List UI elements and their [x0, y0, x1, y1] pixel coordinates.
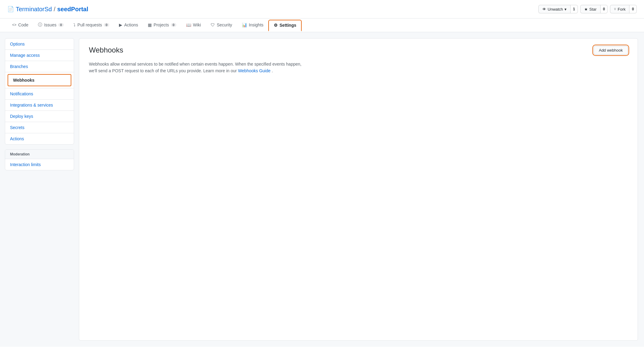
webhooks-guide-label: Webhooks Guide — [238, 68, 270, 73]
sidebar-webhooks-wrapper: Webhooks — [5, 72, 74, 88]
unwatch-label: Unwatch — [548, 7, 563, 12]
nav-tabs: <> Code ⓘ Issues 0 ⤵ Pull requests 0 ▶ A… — [0, 19, 644, 32]
fork-button[interactable]: ⑂ Fork — [610, 5, 629, 13]
sidebar-integrations-label: Integrations & services — [10, 103, 53, 107]
projects-badge: 0 — [171, 23, 176, 27]
star-icon: ★ — [584, 7, 588, 12]
sidebar-actions-label: Actions — [10, 136, 24, 141]
sidebar: Options Manage access Branches Webhooks … — [0, 32, 79, 347]
sidebar-item-deploy-keys[interactable]: Deploy keys — [5, 111, 74, 122]
moderation-header: Moderation — [5, 150, 74, 159]
main-content: Webhooks Add webhook Webhooks allow exte… — [79, 38, 638, 341]
tab-settings[interactable]: ⚙ Settings — [268, 20, 302, 31]
tab-code-label: Code — [18, 22, 28, 27]
webhooks-guide-link[interactable]: Webhooks Guide — [238, 68, 272, 73]
tab-security[interactable]: 🛡 Security — [206, 19, 237, 32]
repo-icon: 📄 — [7, 6, 14, 12]
header-actions: 👁 Unwatch ▾ 1 ★ Star 0 ⑂ Fork 0 — [538, 5, 637, 13]
tab-wiki-label: Wiki — [193, 22, 201, 27]
star-group: ★ Star 0 — [580, 5, 608, 13]
tab-security-label: Security — [217, 22, 232, 27]
star-count: 0 — [601, 5, 608, 13]
unwatch-group: 👁 Unwatch ▾ 1 — [538, 5, 578, 13]
star-label: Star — [589, 7, 597, 12]
issues-icon: ⓘ — [38, 22, 42, 28]
sidebar-webhooks-label: Webhooks — [13, 78, 35, 83]
content-header: Webhooks Add webhook — [89, 46, 628, 55]
sidebar-options-label: Options — [10, 42, 25, 46]
pull-requests-icon: ⤵ — [73, 23, 76, 27]
tab-wiki[interactable]: 📖 Wiki — [181, 19, 206, 32]
sidebar-item-notifications[interactable]: Notifications — [5, 88, 74, 100]
tab-code[interactable]: <> Code — [7, 19, 33, 32]
tab-issues[interactable]: ⓘ Issues 0 — [33, 19, 69, 32]
fork-icon: ⑂ — [614, 7, 616, 11]
repo-name[interactable]: seedPortal — [57, 6, 88, 13]
sidebar-item-secrets[interactable]: Secrets — [5, 122, 74, 133]
tab-pull-requests[interactable]: ⤵ Pull requests 0 — [69, 19, 114, 32]
actions-icon: ▶ — [119, 22, 122, 27]
repo-title: 📄 TerminatorSd / seedPortal — [7, 6, 88, 13]
security-icon: 🛡 — [211, 22, 215, 27]
add-webhook-button[interactable]: Add webhook — [594, 46, 628, 55]
tab-actions[interactable]: ▶ Actions — [114, 19, 143, 32]
fork-label: Fork — [618, 7, 625, 12]
sidebar-item-webhooks[interactable]: Webhooks — [8, 74, 71, 86]
add-webhook-label: Add webhook — [599, 48, 623, 53]
issues-badge: 0 — [58, 23, 64, 27]
sidebar-interaction-limits-label: Interaction limits — [10, 162, 41, 167]
sidebar-item-integrations[interactable]: Integrations & services — [5, 100, 74, 111]
tab-pull-requests-label: Pull requests — [77, 22, 102, 27]
eye-icon: 👁 — [542, 7, 546, 12]
tab-projects[interactable]: ▦ Projects 0 — [143, 19, 181, 32]
sidebar-item-interaction-limits[interactable]: Interaction limits — [5, 159, 74, 170]
fork-group: ⑂ Fork 0 — [610, 5, 637, 13]
tab-projects-label: Projects — [154, 22, 169, 27]
sidebar-item-actions[interactable]: Actions — [5, 133, 74, 144]
code-icon: <> — [12, 23, 16, 27]
sidebar-branches-label: Branches — [10, 64, 28, 69]
repo-separator: / — [54, 6, 56, 13]
wiki-icon: 📖 — [186, 22, 191, 27]
layout: Options Manage access Branches Webhooks … — [0, 32, 644, 347]
unwatch-button[interactable]: 👁 Unwatch ▾ — [538, 5, 571, 13]
sidebar-deploy-keys-label: Deploy keys — [10, 114, 33, 119]
sidebar-nav-main: Options Manage access Branches Webhooks … — [5, 38, 74, 145]
sidebar-notifications-label: Notifications — [10, 91, 33, 96]
tab-actions-label: Actions — [124, 22, 138, 27]
sidebar-item-manage-access[interactable]: Manage access — [5, 50, 74, 61]
tab-issues-label: Issues — [44, 22, 56, 27]
star-button[interactable]: ★ Star — [580, 5, 601, 13]
tab-settings-label: Settings — [280, 23, 296, 28]
settings-icon: ⚙ — [274, 23, 278, 28]
content-description: Webhooks allow external services to be n… — [89, 61, 307, 74]
tab-insights-label: Insights — [249, 22, 263, 27]
insights-icon: 📊 — [242, 22, 247, 27]
repo-owner[interactable]: TerminatorSd — [16, 6, 52, 13]
tab-insights[interactable]: 📊 Insights — [237, 19, 268, 32]
chevron-down-icon: ▾ — [564, 7, 567, 12]
page-title: Webhooks — [89, 46, 123, 54]
sidebar-secrets-label: Secrets — [10, 125, 24, 130]
fork-count: 0 — [629, 5, 637, 13]
projects-icon: ▦ — [148, 22, 152, 27]
description-text-2: . — [272, 68, 273, 73]
sidebar-item-branches[interactable]: Branches — [5, 61, 74, 72]
sidebar-moderation-section: Moderation Interaction limits — [5, 149, 74, 170]
unwatch-count: 1 — [571, 5, 578, 13]
sidebar-item-options[interactable]: Options — [5, 39, 74, 50]
pull-requests-badge: 0 — [104, 23, 109, 27]
top-header: 📄 TerminatorSd / seedPortal 👁 Unwatch ▾ … — [0, 0, 644, 19]
sidebar-manage-access-label: Manage access — [10, 53, 40, 58]
